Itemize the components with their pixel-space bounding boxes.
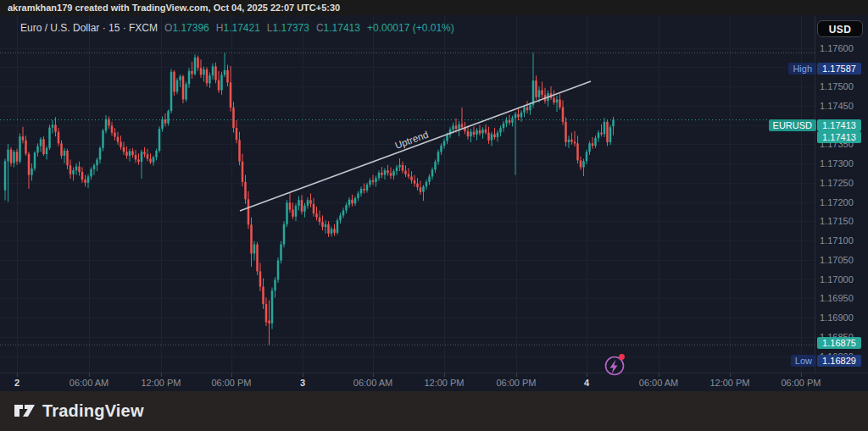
candle-body bbox=[236, 128, 238, 140]
candle-body bbox=[54, 125, 57, 132]
candle-body bbox=[141, 152, 143, 162]
time-axis-label: 06:00 PM bbox=[211, 378, 251, 388]
secondary-low-tag: 1.16875 bbox=[817, 337, 861, 349]
candle-body bbox=[120, 142, 122, 147]
candle-body bbox=[268, 321, 270, 323]
candle-body bbox=[565, 122, 567, 142]
candle-body bbox=[13, 152, 15, 163]
candle-body bbox=[598, 133, 600, 138]
candle-body bbox=[505, 120, 508, 124]
candle-body bbox=[191, 71, 193, 75]
candle-body bbox=[455, 125, 458, 129]
candle-body bbox=[375, 178, 377, 182]
low-price-tag: Low 1.16829 bbox=[791, 355, 861, 367]
candle-body bbox=[230, 82, 232, 108]
time-axis-label: 06:00 PM bbox=[781, 378, 821, 388]
candle-body bbox=[523, 108, 526, 113]
candle-body bbox=[493, 134, 496, 137]
candle-body bbox=[426, 182, 428, 186]
tradingview-snapshot: akramkhan179 created with TradingView.co… bbox=[0, 0, 868, 431]
candle-body bbox=[600, 133, 603, 135]
candle-body bbox=[410, 176, 413, 180]
time-axis-label: 2 bbox=[14, 378, 19, 388]
candle-body bbox=[440, 146, 442, 152]
time-axis-label: 06:00 AM bbox=[70, 378, 108, 388]
candle-body bbox=[574, 142, 576, 144]
lightning-bolt-icon bbox=[610, 360, 618, 374]
candle-body bbox=[123, 147, 125, 152]
time-axis-label: 06:00 AM bbox=[353, 378, 392, 388]
tradingview-logo[interactable]: TradingView bbox=[14, 401, 144, 421]
candle-body bbox=[200, 68, 203, 75]
candle-body bbox=[232, 108, 235, 128]
symbol-legend[interactable]: Euro / U.S. Dollar · 15 · FXCMO1.17396H1… bbox=[20, 22, 454, 34]
candle-body bbox=[606, 122, 609, 142]
candle-body bbox=[499, 128, 502, 132]
candle-body bbox=[609, 127, 612, 142]
candle-body bbox=[535, 80, 537, 97]
candle-body bbox=[52, 125, 54, 128]
high-tag-value: 1.17587 bbox=[817, 63, 861, 75]
candle-body bbox=[487, 133, 490, 141]
candle-body bbox=[173, 72, 175, 92]
candle-body bbox=[197, 58, 199, 68]
candle-body bbox=[387, 170, 389, 173]
candle-body bbox=[274, 279, 276, 290]
price-axis-label: 1.17050 bbox=[820, 255, 854, 265]
candle-body bbox=[81, 172, 84, 180]
time-axis-label: 06:00 AM bbox=[639, 378, 678, 388]
candle-body bbox=[19, 136, 21, 162]
candle-body bbox=[491, 134, 493, 140]
candle-body bbox=[280, 245, 282, 261]
candle-body bbox=[250, 224, 253, 253]
candle-body bbox=[161, 119, 164, 129]
candle-body bbox=[515, 114, 517, 119]
candle-body bbox=[594, 138, 597, 146]
candle-body bbox=[36, 146, 39, 153]
candle-body bbox=[70, 165, 72, 174]
time-axis-label: 12:00 PM bbox=[709, 378, 749, 388]
candle-body bbox=[214, 66, 217, 80]
candle-body bbox=[363, 189, 365, 191]
candle-body bbox=[458, 124, 460, 129]
candle-body bbox=[434, 162, 437, 169]
candle-body bbox=[31, 169, 33, 175]
candle-body bbox=[78, 167, 81, 172]
candle-body bbox=[238, 140, 241, 161]
candle-body bbox=[378, 173, 381, 178]
open-label: O bbox=[164, 22, 172, 34]
price-chart-canvas[interactable]: Uptrend bbox=[0, 0, 868, 391]
candle-body bbox=[99, 148, 102, 160]
candle-body bbox=[420, 187, 422, 191]
currency-toggle-button[interactable]: USD bbox=[817, 20, 863, 37]
secondary-low-value: 1.16875 bbox=[817, 337, 861, 349]
candle-body bbox=[612, 120, 615, 127]
candle-body bbox=[137, 159, 140, 162]
candle-body bbox=[114, 133, 116, 137]
candle-body bbox=[532, 80, 535, 105]
candle-body bbox=[443, 141, 446, 146]
price-axis-label: 1.17600 bbox=[820, 43, 854, 53]
candle-body bbox=[339, 215, 342, 220]
chart-area[interactable]: Uptrend Euro / U.S. Dollar · 15 · FXCMO1… bbox=[0, 15, 868, 391]
attribution-text: akramkhan179 created with TradingView.co… bbox=[8, 3, 340, 13]
candle-body bbox=[28, 154, 31, 175]
market-events-icon[interactable] bbox=[598, 348, 632, 382]
candle-body bbox=[452, 125, 454, 130]
candle-body bbox=[351, 200, 353, 204]
high-value: 1.17421 bbox=[223, 22, 259, 34]
candle-body bbox=[131, 151, 134, 155]
candle-body bbox=[556, 99, 559, 102]
candle-body bbox=[325, 224, 327, 227]
candle-body bbox=[167, 111, 170, 124]
candle-body bbox=[588, 143, 591, 152]
candle-body bbox=[182, 76, 185, 99]
candle-body bbox=[96, 159, 98, 165]
candle-body bbox=[188, 71, 191, 84]
candle-body bbox=[481, 130, 484, 134]
tradingview-logo-text: TradingView bbox=[42, 401, 144, 421]
candle-body bbox=[461, 124, 464, 128]
candle-body bbox=[313, 204, 315, 213]
symbol-tag-value: 1.17413 bbox=[817, 119, 861, 131]
candle-body bbox=[46, 148, 48, 154]
